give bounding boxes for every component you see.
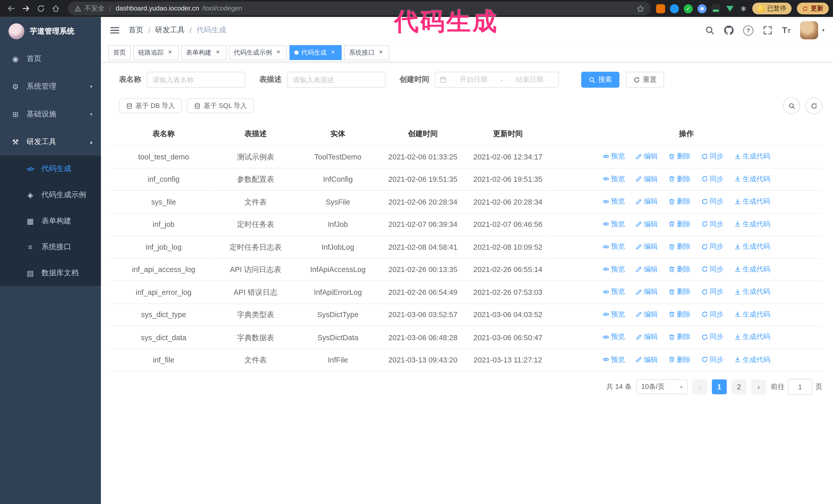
delete-link[interactable]: 删除: [668, 241, 690, 253]
page-button-2[interactable]: 2: [732, 379, 746, 394]
edit-link[interactable]: 编辑: [635, 150, 658, 162]
user-menu[interactable]: ▾: [800, 21, 824, 39]
sidebar-item-codegen-example[interactable]: ◈ 代码生成示例: [0, 182, 101, 208]
sync-link[interactable]: 同步: [701, 354, 723, 365]
sync-link[interactable]: 同步: [701, 308, 723, 320]
tab-form-builder[interactable]: 表单构建×: [181, 45, 226, 60]
preview-link[interactable]: 预览: [602, 241, 625, 253]
sidebar-item-infra[interactable]: ⊞ 基础设施 ▾: [0, 100, 101, 128]
close-icon[interactable]: ×: [377, 49, 385, 56]
hamburger-icon[interactable]: [110, 25, 120, 35]
app-logo[interactable]: 芋道管理系统: [0, 17, 101, 45]
tab-trace[interactable]: 链路追踪×: [133, 45, 178, 60]
sync-link[interactable]: 同步: [701, 263, 723, 275]
edit-link[interactable]: 编辑: [635, 196, 658, 208]
delete-link[interactable]: 删除: [668, 218, 690, 230]
generate-code-link[interactable]: 生成代码: [734, 218, 770, 230]
forward-button[interactable]: [19, 2, 33, 16]
fullscreen-icon[interactable]: [763, 25, 772, 35]
preview-link[interactable]: 预览: [602, 196, 625, 208]
sync-link[interactable]: 同步: [701, 150, 723, 162]
extension-icon-blue[interactable]: [670, 4, 679, 13]
edit-link[interactable]: 编辑: [635, 241, 658, 253]
refresh-table-button[interactable]: [805, 97, 822, 114]
sidebar-item-devtools[interactable]: ⚒ 研发工具 ▴: [0, 128, 101, 156]
generate-code-link[interactable]: 生成代码: [734, 331, 770, 343]
table-desc-input[interactable]: [287, 72, 386, 88]
goto-page-input[interactable]: [788, 379, 812, 395]
search-icon[interactable]: [705, 25, 714, 35]
close-icon[interactable]: ×: [275, 49, 282, 56]
delete-link[interactable]: 删除: [668, 150, 690, 162]
generate-code-link[interactable]: 生成代码: [734, 263, 770, 275]
sync-link[interactable]: 同步: [701, 331, 723, 343]
edit-link[interactable]: 编辑: [635, 286, 658, 297]
preview-link[interactable]: 预览: [602, 218, 625, 230]
preview-link[interactable]: 预览: [602, 150, 625, 162]
generate-code-link[interactable]: 生成代码: [734, 196, 770, 208]
edit-link[interactable]: 编辑: [635, 308, 658, 320]
delete-link[interactable]: 删除: [668, 308, 690, 320]
sync-link[interactable]: 同步: [701, 218, 723, 230]
prev-page-button[interactable]: ‹: [692, 379, 707, 394]
sidebar-item-system[interactable]: ⚙ 系统管理 ▾: [0, 73, 101, 100]
preview-link[interactable]: 预览: [602, 308, 625, 320]
preview-link[interactable]: 预览: [602, 331, 625, 343]
github-icon[interactable]: [724, 25, 734, 35]
preview-link[interactable]: 预览: [602, 286, 625, 297]
sidebar-item-home[interactable]: ◉ 首页: [0, 45, 101, 73]
extension-icon-vue[interactable]: [725, 4, 734, 13]
next-page-button[interactable]: ›: [751, 379, 766, 394]
update-button[interactable]: 更新: [797, 3, 829, 14]
paused-badge[interactable]: 已暂停: [752, 3, 791, 14]
sidebar-item-system-api[interactable]: ≡ 系统接口: [0, 234, 101, 260]
breadcrumb-devtools[interactable]: 研发工具: [155, 25, 185, 35]
delete-link[interactable]: 删除: [668, 331, 690, 343]
sidebar-item-db-doc[interactable]: ▤ 数据库文档: [0, 260, 101, 286]
generate-code-link[interactable]: 生成代码: [734, 173, 770, 185]
tab-codegen[interactable]: 代码生成×: [290, 45, 342, 60]
table-name-input[interactable]: [147, 72, 245, 88]
help-icon[interactable]: ?: [743, 25, 753, 35]
edit-link[interactable]: 编辑: [635, 218, 658, 230]
close-icon[interactable]: ×: [214, 49, 221, 56]
preview-link[interactable]: 预览: [602, 263, 625, 275]
reset-button[interactable]: 重置: [626, 72, 664, 88]
preview-link[interactable]: 预览: [602, 173, 625, 185]
page-size-select[interactable]: 10条/页 ▾: [636, 379, 687, 394]
extension-icon-misc[interactable]: ✱: [739, 4, 748, 13]
preview-link[interactable]: 预览: [602, 354, 625, 365]
back-button[interactable]: [4, 2, 18, 16]
page-button-1[interactable]: 1: [712, 379, 727, 394]
bookmark-star-icon[interactable]: [636, 5, 644, 13]
edit-link[interactable]: 编辑: [635, 263, 658, 275]
import-sql-button[interactable]: 基于 SQL 导入: [187, 98, 254, 113]
edit-link[interactable]: 编辑: [635, 331, 658, 343]
delete-link[interactable]: 删除: [668, 286, 690, 297]
tab-system-api[interactable]: 系统接口×: [344, 45, 389, 60]
search-button[interactable]: 搜索: [581, 72, 619, 88]
tab-home[interactable]: 首页: [109, 45, 131, 60]
sync-link[interactable]: 同步: [701, 173, 723, 185]
close-icon[interactable]: ×: [166, 49, 174, 56]
sidebar-item-codegen[interactable]: </> 代码生成: [0, 155, 101, 182]
generate-code-link[interactable]: 生成代码: [734, 286, 770, 297]
sync-link[interactable]: 同步: [701, 196, 723, 208]
breadcrumb-home[interactable]: 首页: [129, 25, 144, 35]
generate-code-link[interactable]: 生成代码: [734, 241, 770, 253]
extension-icon-people[interactable]: [697, 4, 706, 13]
sidebar-item-form-builder[interactable]: ▦ 表单构建: [0, 208, 101, 234]
font-size-icon[interactable]: TT: [782, 25, 791, 35]
delete-link[interactable]: 删除: [668, 173, 690, 185]
generate-code-link[interactable]: 生成代码: [734, 150, 770, 162]
edit-link[interactable]: 编辑: [635, 354, 658, 365]
toggle-search-button[interactable]: [783, 97, 800, 114]
tab-codegen-example[interactable]: 代码生成示例×: [229, 45, 287, 60]
extension-icon-screenshot[interactable]: [711, 4, 720, 13]
home-button[interactable]: [49, 2, 63, 16]
edit-link[interactable]: 编辑: [635, 173, 658, 185]
extension-icon-green-check[interactable]: ✓: [684, 4, 693, 13]
close-icon[interactable]: ×: [329, 49, 337, 56]
generate-code-link[interactable]: 生成代码: [734, 354, 770, 365]
omnibox[interactable]: 不安全 | dashboard.yudao.iocoder.cn/tool/co…: [68, 2, 651, 16]
